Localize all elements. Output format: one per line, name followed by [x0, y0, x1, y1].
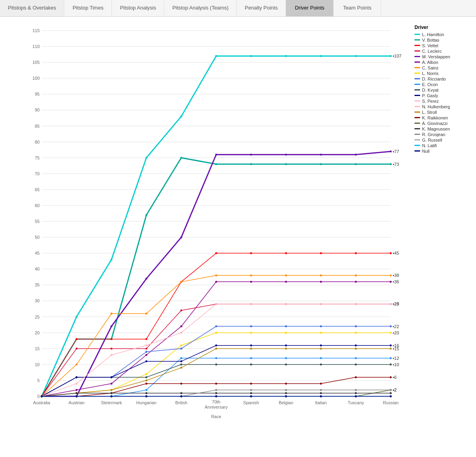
end-label-L. Norris: •20 [393, 330, 399, 335]
legend-label: A. Giovinazzi [422, 121, 447, 126]
x-tick-4: British [175, 400, 188, 405]
dot [180, 392, 182, 394]
end-label-D. Ricciardo: •22 [393, 324, 399, 329]
dot [320, 395, 322, 397]
dot [320, 348, 322, 349]
legend-label: M. Verstappen [422, 54, 450, 59]
tab-0[interactable]: Pitstops & Overtakes [0, 0, 64, 16]
legend-color [415, 89, 420, 90]
end-label-S. Vettel: •45 [393, 251, 399, 255]
dot [76, 316, 78, 318]
x-tick-9: Tuscany [347, 400, 364, 405]
dot [285, 281, 287, 283]
dot [355, 154, 357, 156]
y-tick-25: 25 [35, 314, 40, 319]
end-label-L. Stroll: •15 [393, 346, 399, 351]
dot [146, 313, 148, 315]
dot [180, 363, 182, 365]
dot [355, 332, 357, 334]
x-tick-2: Steiermark [101, 400, 122, 405]
dot [146, 354, 148, 356]
dot [355, 252, 357, 254]
dot [285, 357, 287, 359]
dot [76, 389, 78, 391]
dot [355, 395, 357, 397]
y-tick-45: 45 [35, 251, 40, 255]
legend-label: G. Russell [422, 138, 442, 142]
dot [390, 325, 392, 327]
x-tick-8: Italian [315, 400, 326, 405]
dot [215, 392, 217, 394]
dot [180, 115, 182, 117]
legend-item-e.-ocon: E. Ocon [415, 82, 470, 87]
legend-item-null: Null [415, 149, 470, 154]
dot [285, 382, 287, 384]
dot [41, 395, 43, 397]
dot [76, 395, 78, 397]
x-tick-5-0: 70th [212, 399, 220, 404]
dot [180, 367, 182, 369]
dot [180, 325, 182, 327]
dot [250, 363, 252, 365]
dot [76, 392, 78, 394]
x-tick-6: Spanish [243, 400, 259, 405]
dot [355, 325, 357, 327]
end-label-D. Kvyat: •10 [393, 362, 399, 367]
legend-label: R. Grosjean [422, 132, 445, 137]
legend-color [415, 84, 420, 85]
end-label-E. Ocon: •12 [393, 356, 399, 361]
chart-container: 0510152025303540455055606570758085909510… [0, 17, 476, 448]
legend-item-v.-bottas: V. Bottas [415, 38, 470, 42]
dot [285, 55, 287, 57]
dot [285, 392, 287, 394]
dot [355, 281, 357, 283]
tab-4[interactable]: Penalty Points [237, 0, 286, 16]
dot [250, 395, 252, 397]
dot [250, 325, 252, 327]
legend-item-n.-hulkenberg: N. Hulkenberg [415, 104, 470, 109]
dot [215, 382, 217, 384]
legend-item-l.-hamilton: L. Hamilton [415, 32, 470, 37]
dot [320, 344, 322, 346]
dot [146, 278, 148, 280]
dot [215, 344, 217, 346]
dot [250, 281, 252, 283]
dot [111, 392, 113, 394]
dot [111, 338, 113, 340]
dot [355, 163, 357, 165]
dot [146, 348, 148, 349]
dot [320, 392, 322, 394]
tab-6[interactable]: Team Points [334, 0, 381, 16]
line-M. Verstappen [42, 152, 391, 396]
dot [215, 275, 217, 277]
dot [76, 338, 78, 340]
legend-label: V. Bottas [422, 38, 440, 42]
dot [285, 303, 287, 305]
y-tick-90: 90 [35, 108, 40, 112]
dot [355, 363, 357, 365]
end-label-V. Bottas: •73 [393, 162, 399, 167]
y-tick-10: 10 [35, 362, 40, 367]
dot [390, 392, 392, 394]
y-tick-60: 60 [35, 203, 40, 208]
dot [215, 325, 217, 327]
dot [320, 325, 322, 327]
tab-5[interactable]: Driver Points [286, 0, 334, 16]
dot [76, 363, 78, 365]
tab-1[interactable]: Pitstop Times [64, 0, 112, 16]
dot [390, 332, 392, 334]
tab-3[interactable]: Pitstop Analysis (Teams) [164, 0, 237, 16]
chart-svg: 0510152025303540455055606570758085909510… [24, 25, 409, 420]
line-S. Perez [42, 304, 391, 396]
line-C. Leclerc [42, 304, 391, 396]
x-tick-1: Austrian [69, 400, 84, 405]
dot [390, 150, 392, 152]
dot [250, 348, 252, 349]
y-tick-15: 15 [35, 346, 40, 351]
legend-color [415, 78, 420, 79]
end-label-C. Sainz: •38 [393, 273, 399, 278]
legend-label: L. Stroll [422, 110, 437, 115]
end-label-R. Grosjean: •2 [393, 388, 397, 392]
dot [250, 357, 252, 359]
tab-2[interactable]: Pitstop Analysis [112, 0, 164, 16]
